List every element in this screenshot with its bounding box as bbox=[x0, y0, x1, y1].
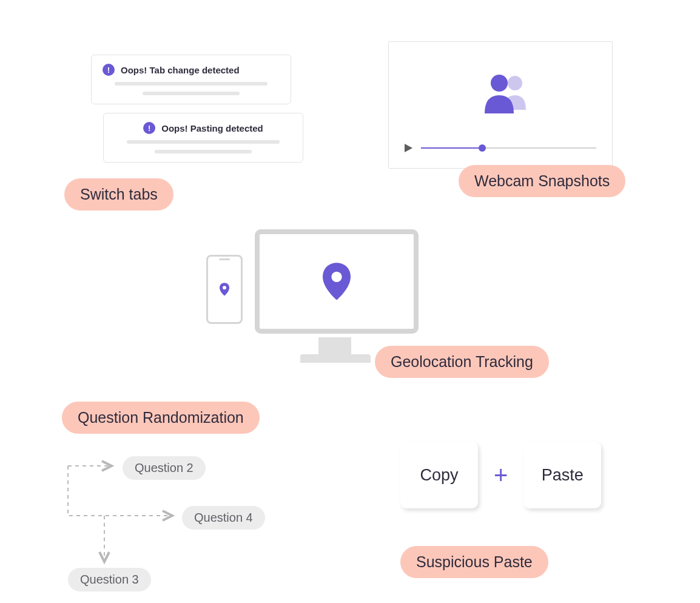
slider-fill bbox=[421, 147, 482, 149]
pill-label: Geolocation Tracking bbox=[391, 353, 533, 371]
copy-paste-tiles: Copy + Paste bbox=[400, 442, 601, 508]
placeholder-line bbox=[155, 150, 252, 153]
svg-point-1 bbox=[491, 75, 508, 92]
map-pin-icon bbox=[323, 263, 351, 300]
question-chip: Question 4 bbox=[182, 506, 265, 530]
svg-point-2 bbox=[223, 286, 226, 289]
plus-icon: + bbox=[494, 462, 508, 489]
playback-slider[interactable] bbox=[405, 144, 596, 152]
phone-notch bbox=[219, 258, 230, 260]
switch-tabs-section: ! Oops! Tab change detected ! Oops! Past… bbox=[91, 55, 303, 171]
slider-knob[interactable] bbox=[479, 144, 486, 152]
webcam-pill: Webcam Snapshots bbox=[459, 165, 625, 197]
randomization-flow: Question 2 Question 4 Question 3 bbox=[62, 448, 323, 603]
play-icon[interactable] bbox=[405, 144, 412, 152]
webcam-section bbox=[388, 41, 613, 169]
pill-label: Switch tabs bbox=[80, 186, 158, 203]
pill-label: Suspicious Paste bbox=[416, 553, 533, 571]
suspicious-paste-section: Copy + Paste bbox=[400, 442, 601, 508]
placeholder-line bbox=[143, 92, 240, 95]
question-randomization-pill: Question Randomization bbox=[62, 402, 260, 434]
paste-tile: Paste bbox=[523, 442, 601, 508]
alert-text: Oops! Pasting detected bbox=[161, 123, 263, 133]
monitor-device-icon bbox=[255, 229, 419, 334]
tile-label: Copy bbox=[420, 466, 458, 485]
pill-label: Webcam Snapshots bbox=[474, 172, 610, 190]
question-chip: Question 2 bbox=[123, 456, 206, 480]
alert-icon: ! bbox=[143, 122, 155, 134]
slider-track[interactable] bbox=[421, 147, 596, 149]
phone-device-icon bbox=[206, 255, 243, 324]
alert-card-pasting: ! Oops! Pasting detected bbox=[103, 113, 303, 163]
svg-point-0 bbox=[508, 76, 522, 90]
placeholder-line bbox=[115, 82, 267, 86]
monitor-base bbox=[300, 354, 371, 363]
svg-point-3 bbox=[331, 272, 342, 282]
suspicious-paste-pill: Suspicious Paste bbox=[400, 546, 548, 578]
alert-card-tab-change: ! Oops! Tab change detected bbox=[91, 55, 291, 104]
tile-label: Paste bbox=[542, 466, 584, 485]
alert-icon: ! bbox=[103, 64, 115, 76]
placeholder-line bbox=[127, 140, 279, 144]
people-icon bbox=[480, 72, 534, 116]
pill-label: Question Randomization bbox=[78, 409, 244, 426]
question-randomization-section: Question 2 Question 4 Question 3 bbox=[62, 436, 323, 603]
switch-tabs-pill: Switch tabs bbox=[64, 178, 173, 211]
monitor-stand bbox=[318, 337, 351, 354]
geolocation-pill: Geolocation Tracking bbox=[375, 346, 549, 378]
map-pin-icon bbox=[220, 283, 229, 296]
alert-text: Oops! Tab change detected bbox=[121, 65, 240, 75]
copy-tile: Copy bbox=[400, 442, 478, 508]
webcam-panel bbox=[388, 41, 613, 169]
question-chip: Question 3 bbox=[68, 568, 151, 591]
